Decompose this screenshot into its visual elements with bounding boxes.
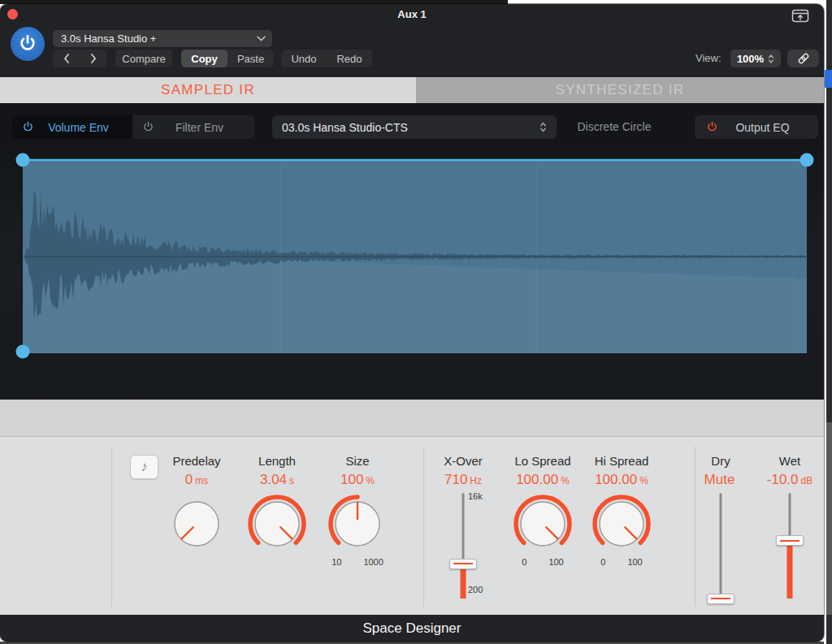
xover-slider-thumb[interactable] [449, 559, 477, 569]
ir-config-label: Discrete Circle [565, 115, 664, 139]
screen: Aux 1 3.0s Hansa Studio + [0, 0, 832, 644]
wet-slider[interactable] [774, 493, 806, 599]
envelope-handle[interactable] [16, 153, 30, 167]
xover-slider[interactable]: 16k 200 [447, 493, 479, 599]
link-icon [796, 51, 811, 66]
preset-nav-group [53, 50, 106, 67]
chevron-updown-icon [540, 121, 547, 133]
waveform-display[interactable]: 0.0 1.0 2.0 3.0 Init Level:100 % Attack:… [0, 150, 824, 400]
wet-value[interactable]: -10.0dB [741, 472, 824, 488]
envelope-handle[interactable] [16, 345, 30, 359]
dry-slider[interactable] [704, 493, 737, 599]
ir-mode-tabs: SAMPLED IR SYNTHESIZED IR [0, 77, 824, 103]
size-scale: 101000 [309, 557, 406, 567]
paste-button[interactable]: Paste [228, 50, 274, 67]
link-button[interactable] [787, 50, 819, 67]
next-preset-button[interactable] [80, 50, 106, 67]
view-zoom-dropdown[interactable]: 100% [730, 50, 781, 67]
length-knob[interactable] [245, 491, 310, 556]
background-window-sliver-right [826, 0, 832, 422]
volume-env-label: Volume Env [34, 121, 132, 134]
window-title: Aux 1 [0, 8, 824, 20]
chevron-down-icon [257, 36, 266, 41]
parameter-panel: ♪ Predelay 0ms Length 3.04s Size 100% 10 [0, 437, 824, 615]
previous-preset-button[interactable] [53, 50, 80, 67]
predelay-knob[interactable] [164, 491, 229, 556]
copy-button[interactable]: Copy [181, 50, 228, 67]
background-window-sliver-right [826, 422, 832, 615]
xover-scale-top: 16k [468, 491, 483, 501]
size-knob[interactable] [325, 491, 390, 556]
size-label: Size [309, 454, 406, 468]
title-bar[interactable]: Aux 1 [0, 4, 824, 24]
hi-spread-label: Hi Spread [573, 454, 670, 468]
envelope-handle[interactable] [800, 153, 814, 167]
envelope-select-group: Volume Env Filter Env [12, 115, 254, 139]
chevron-left-icon [63, 54, 70, 63]
panel-divider [695, 447, 696, 607]
plugin-name-bar: Space Designer [0, 615, 824, 642]
open-in-window-icon[interactable] [791, 9, 809, 23]
plugin-name: Space Designer [363, 620, 462, 637]
size-value[interactable]: 100% [309, 472, 406, 488]
ir-sample-name: 03.0s Hansa Studio-CTS [282, 121, 408, 134]
preset-dropdown[interactable]: 3.0s Hansa Studio + [53, 30, 272, 47]
quality-row: Quality: High IR Offset: 0.00 s Reverse [0, 400, 824, 437]
copy-paste-group: Copy Paste [181, 50, 274, 67]
power-icon [22, 121, 34, 133]
preset-name: 3.0s Hansa Studio + [61, 32, 156, 45]
chevron-right-icon [90, 54, 97, 63]
ir-waveform-graph[interactable] [0, 150, 824, 365]
hi-spread-value[interactable]: 100.00% [573, 472, 670, 488]
note-icon: ♪ [141, 459, 148, 475]
output-eq-label: Output EQ [718, 121, 818, 134]
volume-env-button[interactable]: Volume Env [12, 115, 132, 139]
plugin-power-button[interactable] [11, 27, 45, 61]
ir-controls-row: Volume Env Filter Env 03.0s Hansa Studio… [0, 103, 824, 150]
tab-sampled-ir[interactable]: SAMPLED IR [0, 77, 416, 103]
view-label: View: [696, 52, 722, 64]
wet-slider-thumb[interactable] [776, 535, 804, 546]
wet-label: Wet [741, 454, 824, 468]
hi-spread-knob[interactable] [589, 491, 654, 556]
output-eq-button[interactable]: Output EQ [695, 115, 818, 139]
power-icon [18, 34, 37, 54]
undo-redo-group: Undo Redo [281, 50, 372, 67]
redo-button[interactable]: Redo [327, 50, 372, 67]
power-icon [142, 121, 154, 133]
lo-spread-knob[interactable] [510, 491, 575, 556]
xover-scale-bottom: 200 [468, 585, 483, 594]
ir-sample-dropdown[interactable]: 03.0s Hansa Studio-CTS [272, 115, 557, 139]
background-window-sliver-right [826, 615, 832, 644]
plugin-window: Aux 1 3.0s Hansa Studio + [0, 4, 824, 642]
dry-slider-thumb[interactable] [707, 594, 734, 604]
compare-button[interactable]: Compare [115, 50, 172, 67]
power-icon [706, 121, 718, 133]
tab-synthesized-ir[interactable]: SYNTHESIZED IR [416, 77, 824, 103]
chevron-updown-icon [768, 54, 774, 64]
filter-env-button[interactable]: Filter Env [132, 115, 254, 139]
undo-button[interactable]: Undo [281, 50, 327, 67]
filter-env-label: Filter Env [154, 121, 254, 134]
background-blue-fragment [825, 70, 832, 88]
panel-divider [111, 447, 112, 607]
plugin-header: 3.0s Hansa Studio + Compare Copy Paste [0, 24, 824, 77]
hi-spread-scale: 0100 [573, 557, 670, 567]
panel-divider [423, 447, 424, 607]
view-zoom-value: 100% [737, 53, 764, 65]
